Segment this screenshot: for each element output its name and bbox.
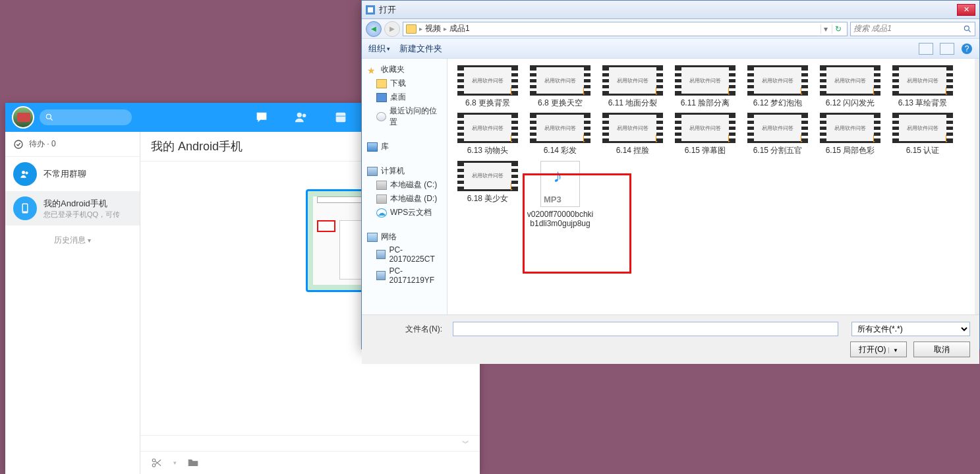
svg-point-7 (22, 171, 25, 174)
help-icon[interactable]: ? (961, 43, 973, 55)
preview-button[interactable] (940, 43, 954, 55)
crumb-0[interactable]: 视频 (425, 23, 441, 34)
svg-point-0 (46, 114, 51, 119)
apps-tab-icon[interactable] (333, 110, 348, 125)
tree-pc2[interactable]: PC-20171219YF (362, 265, 447, 286)
file-item[interactable]: 易用软件问答6.14 彩发 (525, 111, 595, 156)
dialog-titlebar[interactable]: 打开 ✕ (362, 1, 979, 19)
app-icon (366, 5, 375, 15)
tree-computer[interactable]: 计算机 (362, 164, 447, 178)
filename-input[interactable] (453, 322, 838, 336)
header-tabs (254, 110, 348, 125)
folder-icon[interactable] (187, 457, 199, 469)
search-icon (963, 24, 972, 34)
back-button[interactable]: ◄ (366, 21, 382, 37)
nav-bar: ◄ ► ▸ 视频 ▸ 成品1 ▾ ↻ 搜索 成品1 (362, 19, 979, 39)
view-button[interactable] (919, 43, 933, 55)
svg-rect-16 (368, 7, 373, 13)
item-subtitle: 您已登录手机QQ，可传 (43, 210, 120, 220)
file-item[interactable]: 易用软件问答6.12 梦幻泡泡 (743, 64, 813, 109)
sidebar-item-group[interactable]: 不常用群聊 (5, 157, 140, 191)
todo-label: 待办 · 0 (29, 138, 56, 150)
file-item[interactable]: 易用软件问答6.15 认证 (888, 111, 958, 156)
file-item[interactable]: 易用软件问答6.8 更换背景 (453, 64, 523, 109)
chat-toolbar: ▾ (140, 451, 480, 474)
svg-text:?: ? (965, 44, 969, 53)
forward-button[interactable]: ► (384, 21, 400, 37)
file-list[interactable]: 易用软件问答6.8 更换背景易用软件问答6.8 更换天空易用软件问答6.11 地… (447, 59, 979, 314)
folder-icon (406, 24, 417, 34)
tree-recent[interactable]: 最近访问的位置 (362, 104, 447, 129)
svg-line-18 (969, 30, 971, 32)
tree-pc1[interactable]: PC-20170225CT (362, 244, 447, 265)
tree-drive-d[interactable]: 本地磁盘 (D:) (362, 192, 447, 206)
svg-point-6 (14, 140, 22, 148)
search-field[interactable]: 搜索 成品1 (850, 22, 975, 36)
svg-line-1 (51, 119, 53, 121)
contacts-tab-icon[interactable] (294, 110, 308, 125)
sidebar: 待办 · 0 不常用群聊 我的Android手机 您已登录手机QQ，可传 (5, 132, 140, 474)
tree-desktop[interactable]: 桌面 (362, 90, 447, 104)
search-input[interactable] (40, 109, 132, 125)
file-item[interactable]: 易用软件问答6.13 动物头 (453, 111, 523, 156)
svg-point-17 (964, 26, 969, 30)
file-item-mp3[interactable]: ♪MP3v0200ff70000bchkib1dli3m0gujp8ug (525, 160, 595, 230)
check-icon (13, 139, 24, 150)
file-item[interactable]: 易用软件问答6.15 弹幕图 (670, 111, 740, 156)
svg-rect-10 (23, 204, 27, 212)
crumb-1[interactable]: 成品1 (449, 23, 470, 34)
file-item[interactable]: 易用软件问答6.14 捏脸 (598, 111, 668, 156)
scissors-icon[interactable] (151, 457, 163, 469)
organize-button[interactable]: 组织▾ (368, 43, 390, 55)
history-link[interactable]: 历史消息 (5, 225, 140, 255)
dialog-footer: 文件名(N): 所有文件(*.*) 打开(O) ▼ 取消 (362, 314, 979, 364)
file-item[interactable]: 易用软件问答6.11 地面分裂 (598, 64, 668, 109)
file-item[interactable]: 易用软件问答6.15 分割五官 (743, 111, 813, 156)
refresh-icon[interactable]: ↻ (832, 24, 844, 34)
svg-point-8 (25, 171, 28, 174)
file-item[interactable]: 易用软件问答6.8 更换天空 (525, 64, 595, 109)
group-icon (13, 162, 37, 186)
file-item[interactable]: 易用软件问答6.11 脸部分离 (670, 64, 740, 109)
messages-tab-icon[interactable] (254, 110, 269, 125)
tree-downloads[interactable]: 下载 (362, 76, 447, 90)
filename-label: 文件名(N): (371, 324, 447, 335)
file-item[interactable]: 易用软件问答6.15 局部色彩 (815, 111, 885, 156)
svg-point-2 (297, 113, 302, 117)
tree-network[interactable]: 网络 (362, 230, 447, 244)
file-item[interactable]: 易用软件问答6.12 闪闪发光 (815, 64, 885, 109)
open-button[interactable]: 打开(O) ▼ (850, 341, 907, 357)
sidebar-item-android[interactable]: 我的Android手机 您已登录手机QQ，可传 (5, 191, 140, 225)
nav-tree: ★收藏夹 下载 桌面 最近访问的位置 库 计算机 本地磁盘 (C:) 本地磁盘 … (362, 59, 447, 314)
file-item[interactable]: 易用软件问答6.18 美少女 (453, 160, 523, 230)
dropdown-icon[interactable]: ▾ (821, 24, 830, 34)
search-placeholder: 搜索 成品1 (853, 23, 892, 34)
chevron-down-icon[interactable]: ︾ (462, 438, 469, 448)
toolbar: 组织▾ 新建文件夹 ? (362, 39, 979, 59)
tree-wps[interactable]: ☁WPS云文档 (362, 206, 447, 220)
item-title: 我的Android手机 (43, 198, 120, 210)
breadcrumb[interactable]: ▸ 视频 ▸ 成品1 ▾ ↻ (403, 22, 848, 36)
open-file-dialog: 打开 ✕ ◄ ► ▸ 视频 ▸ 成品1 ▾ ↻ 搜索 成品1 组织▾ 新建文件夹 (361, 0, 980, 349)
scrollbar[interactable] (975, 59, 979, 314)
dialog-title: 打开 (379, 4, 396, 16)
file-item[interactable]: 易用软件问答6.13 草绘背景 (888, 64, 958, 109)
avatar[interactable] (12, 106, 34, 129)
tree-drive-c[interactable]: 本地磁盘 (C:) (362, 178, 447, 192)
phone-icon (13, 196, 37, 220)
search-icon (45, 113, 54, 122)
file-type-select[interactable]: 所有文件(*.*) (851, 322, 970, 336)
dropdown-icon[interactable]: ▾ (173, 459, 177, 466)
svg-rect-4 (336, 113, 346, 123)
tree-favorites[interactable]: ★收藏夹 (362, 63, 447, 76)
cancel-button[interactable]: 取消 (913, 341, 970, 357)
svg-point-3 (303, 114, 306, 118)
close-button[interactable]: ✕ (957, 4, 975, 16)
todo-bar[interactable]: 待办 · 0 (5, 132, 140, 157)
new-folder-button[interactable]: 新建文件夹 (399, 43, 442, 55)
item-title: 不常用群聊 (43, 168, 86, 180)
tree-library[interactable]: 库 (362, 140, 447, 154)
